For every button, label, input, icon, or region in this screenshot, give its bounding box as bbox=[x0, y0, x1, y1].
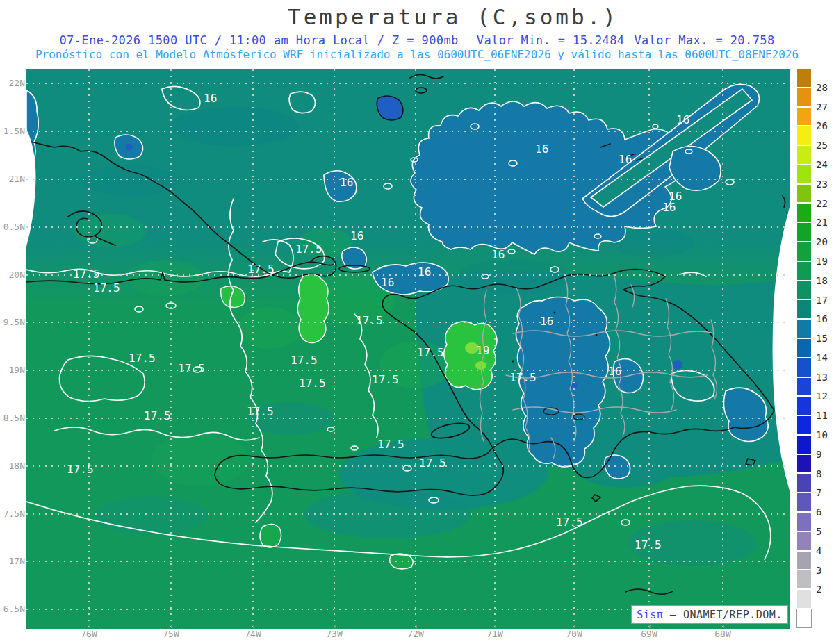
lon-tick-mark bbox=[416, 625, 417, 628]
colorbar-tick-label: 7 bbox=[816, 487, 834, 498]
colorbar-segment bbox=[796, 415, 812, 435]
colorbar-segment bbox=[796, 512, 812, 531]
lon-tick-label: 69W bbox=[634, 629, 664, 639]
lon-tick-label: 68W bbox=[708, 629, 738, 639]
colorbar-segment bbox=[796, 68, 812, 88]
colorbar-segment bbox=[796, 261, 812, 281]
contour-label: 17.5 bbox=[247, 405, 274, 418]
lon-tick-mark bbox=[89, 625, 90, 628]
badge-separator: – bbox=[663, 609, 683, 621]
contour-label: 16 bbox=[535, 142, 548, 156]
colorbar-segment bbox=[796, 203, 812, 222]
lat-tick-label: 7.5N bbox=[0, 509, 25, 519]
page-title: Temperatura (C,somb.) bbox=[0, 4, 834, 29]
colorbar-segment bbox=[796, 493, 812, 512]
lat-tick-label: 18N bbox=[0, 461, 25, 471]
lon-tick-label: 76W bbox=[74, 629, 104, 639]
contour-label: 16 bbox=[491, 248, 505, 261]
colorbar-tick-label: 15 bbox=[816, 333, 834, 344]
colorbar-tick-label: 14 bbox=[816, 352, 834, 363]
colorbar-segment bbox=[796, 88, 812, 107]
colorbar-segment bbox=[796, 338, 812, 358]
lat-tick-label: 1.5N bbox=[0, 126, 25, 136]
contour-label: 17.5 bbox=[299, 377, 326, 390]
colorbar-segment bbox=[796, 435, 812, 454]
contour-label: 17.5 bbox=[67, 463, 94, 476]
colorbar-tick-label: 25 bbox=[816, 140, 834, 151]
lon-tick-mark bbox=[253, 625, 254, 628]
contour-label: 16 bbox=[608, 365, 621, 378]
contour-label: 16 bbox=[340, 176, 353, 189]
colorbar-tick-label: 10 bbox=[816, 429, 834, 440]
colorbar-tick-label: 3 bbox=[816, 565, 834, 576]
colorbar-segment bbox=[796, 609, 812, 628]
colorbar-tick-label: 17 bbox=[816, 295, 834, 306]
contour-label: 17.5 bbox=[178, 362, 205, 375]
sispi-logo-text: Sisπ bbox=[637, 609, 663, 621]
lon-tick-label: 74W bbox=[238, 629, 268, 639]
lon-tick-mark bbox=[495, 625, 496, 628]
lat-tick-label: 19N bbox=[0, 365, 25, 375]
colorbar-tick-label: 2 bbox=[816, 584, 834, 595]
lon-tick-label: 75W bbox=[156, 629, 186, 639]
value-max-text: Valor Max. = 20.758 bbox=[634, 33, 774, 47]
temperature-colorbar bbox=[796, 68, 812, 628]
contour-label: 19 bbox=[476, 344, 489, 357]
lon-tick-mark bbox=[171, 625, 172, 628]
colorbar-segment bbox=[796, 299, 812, 319]
lon-tick-mark bbox=[723, 625, 724, 628]
lon-tick-label: 71W bbox=[480, 629, 510, 639]
lat-tick-label: 21N bbox=[0, 174, 25, 184]
colorbar-segment bbox=[796, 454, 812, 474]
subtitle-validtime: 07-Ene-2026 1500 UTC / 11:00 am Hora Loc… bbox=[0, 33, 834, 47]
colorbar-tick-label: 24 bbox=[816, 159, 834, 170]
contour-label: 17.5 bbox=[291, 354, 318, 367]
contour-label: 17.5 bbox=[93, 281, 120, 295]
lake-azuei bbox=[573, 414, 584, 420]
colorbar-segment bbox=[796, 396, 812, 415]
colorbar-tick-label: 21 bbox=[816, 217, 834, 228]
contour-label: 17.5 bbox=[144, 409, 171, 422]
colorbar-tick-label: 20 bbox=[816, 236, 834, 247]
contour-label: 16 bbox=[381, 276, 394, 289]
colorbar-tick-label: 19 bbox=[816, 256, 834, 267]
lon-tick-label: 72W bbox=[400, 629, 431, 639]
lon-tick-label: 73W bbox=[319, 629, 350, 639]
colorbar-tick-label: 28 bbox=[816, 82, 834, 93]
colorbar-segment bbox=[796, 473, 812, 493]
lon-tick-mark bbox=[574, 625, 575, 628]
colorbar-segment bbox=[796, 531, 812, 551]
contour-label: 16 bbox=[418, 265, 431, 279]
colorbar-segment bbox=[796, 184, 812, 204]
colorbar-tick-label: 8 bbox=[816, 468, 834, 479]
colorbar-segment bbox=[796, 281, 812, 300]
lat-tick-label: 17N bbox=[0, 556, 25, 566]
colorbar-segment bbox=[796, 165, 812, 184]
contour-label: 17.5 bbox=[419, 456, 446, 470]
colorbar-tick-label: 4 bbox=[816, 545, 834, 556]
contour-label: 17.5 bbox=[372, 373, 399, 386]
contour-label: 16 bbox=[204, 92, 217, 105]
lat-tick-label: 6.5N bbox=[0, 604, 25, 614]
onamet-branding-badge: Sisπ – ONAMET/REP.DOM. bbox=[631, 605, 788, 624]
colorbar-tick-label: 11 bbox=[816, 410, 834, 421]
contour-label: 17.5 bbox=[356, 314, 383, 327]
colorbar-segment bbox=[796, 551, 812, 570]
lon-tick-label: 70W bbox=[559, 629, 589, 639]
map-canvas: 1616161616161616161616161617.517.517.517… bbox=[26, 69, 790, 629]
contour-label: 16 bbox=[540, 315, 553, 328]
lon-tick-mark bbox=[649, 625, 651, 628]
colorbar-segment bbox=[796, 570, 812, 589]
contour-label: 16 bbox=[662, 201, 676, 214]
colorbar-tick-label: 12 bbox=[816, 390, 834, 402]
forecast-map: 1616161616161616161616161617.517.517.517… bbox=[26, 69, 790, 629]
lat-tick-label: 8.5N bbox=[0, 413, 25, 423]
colorbar-tick-label: 13 bbox=[816, 372, 834, 383]
colorbar-segment bbox=[796, 222, 812, 242]
lat-tick-label: 20N bbox=[0, 270, 25, 280]
contour-label: 17.5 bbox=[295, 242, 322, 256]
contour-label: 16 bbox=[350, 229, 363, 242]
contour-label: 17.5 bbox=[129, 352, 156, 365]
colorbar-segment bbox=[796, 145, 812, 165]
colorbar-tick-label: 5 bbox=[816, 526, 834, 537]
